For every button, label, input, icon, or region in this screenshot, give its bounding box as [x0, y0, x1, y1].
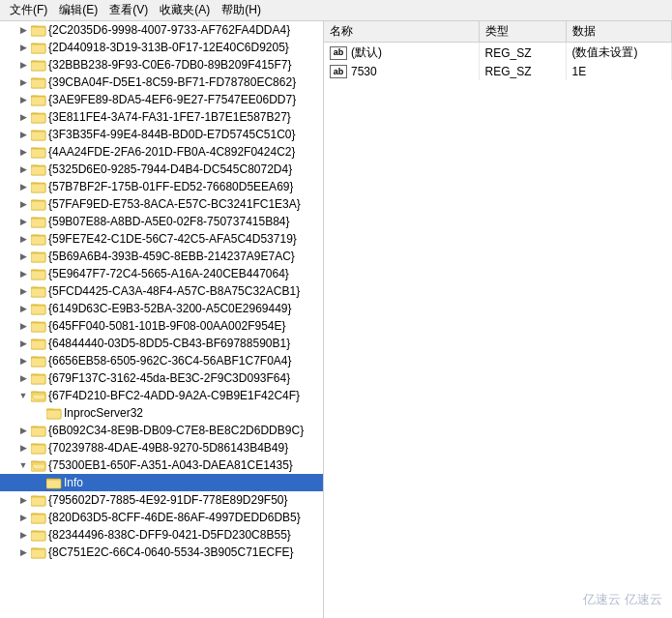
tree-item-item24[interactable]: ▶ {70239788-4DAE-49B8-9270-5D86143B4B49} [0, 439, 323, 456]
tree-item-item14[interactable]: ▶ {5B69A6B4-393B-459C-8EBB-214237A9E7AC} [0, 248, 323, 265]
tree-item-item18[interactable]: ▶ {645FF040-5081-101B-9F08-00AA002F954E} [0, 317, 323, 335]
svg-rect-20 [31, 132, 45, 140]
folder-closed-icon [31, 74, 46, 90]
expand-icon[interactable]: ▶ [15, 144, 31, 160]
tree-item-item27[interactable]: ▶ {820D63D5-8CFF-46DE-86AF-4997DEDD6DB5} [0, 509, 323, 526]
expand-icon[interactable] [31, 405, 46, 421]
menu-item-文件(F)[interactable]: 文件(F) [4, 0, 53, 20]
tree-item-item16[interactable]: ▶ {5FCD4425-CA3A-48F4-A57C-B8A75C32ACB1} [0, 282, 323, 300]
expand-icon[interactable]: ▶ [15, 318, 31, 334]
folder-closed-icon [46, 475, 62, 490]
table-row[interactable]: ab7530REG_SZ1E [324, 63, 672, 80]
menubar: 文件(F)编辑(E)查看(V)收藏夹(A)帮助(H) [0, 0, 672, 21]
tree-item-item23[interactable]: ▶ {6B092C34-8E9B-DB09-C7E8-BE8C2D6DDB9C} [0, 422, 323, 439]
right-panel[interactable]: 名称 类型 数据 ab(默认)REG_SZ(数值未设置)ab7530REG_SZ… [324, 21, 672, 618]
tree-item-item25[interactable]: ▼ {75300EB1-650F-A351-A043-DAEA81CE1435} [0, 456, 323, 474]
expand-icon[interactable]: ▶ [15, 162, 31, 177]
menu-item-查看(V)[interactable]: 查看(V) [103, 0, 154, 20]
folder-open-icon [31, 388, 46, 403]
expand-icon[interactable]: ▶ [15, 527, 31, 543]
tree-item-label: {57B7BF2F-175B-01FF-ED52-76680D5EEA69} [48, 180, 293, 193]
expand-icon[interactable]: ▶ [15, 510, 31, 525]
expand-icon[interactable]: ▶ [15, 336, 31, 351]
folder-open-icon [31, 457, 46, 473]
tree-item-item9[interactable]: ▶ {5325D6E0-9285-7944-D4B4-DC545C8072D4} [0, 161, 323, 178]
expand-icon[interactable]: ▶ [15, 266, 31, 281]
tree-item-label: {6149D63C-E9B3-52BA-3200-A5C0E2969449} [48, 302, 292, 315]
folder-closed-icon [31, 492, 46, 508]
expand-icon[interactable]: ▶ [15, 127, 31, 142]
expand-icon[interactable]: ▶ [15, 283, 31, 299]
tree-item-item17[interactable]: ▶ {6149D63C-E9B3-52BA-3200-A5C0E2969449} [0, 300, 323, 317]
expand-icon[interactable]: ▶ [15, 544, 31, 560]
col-name: 名称 [324, 21, 479, 43]
tree-item-item13[interactable]: ▶ {59FE7E42-C1DE-56C7-42C5-AFA5C4D53719} [0, 230, 323, 248]
expand-icon[interactable]: ▶ [15, 40, 31, 55]
svg-rect-50 [31, 306, 45, 314]
tree-item-item2[interactable]: ▶ {2D440918-3D19-313B-0F17-12E40C6D9205} [0, 39, 323, 56]
tree-item-item20[interactable]: ▶ {6656EB58-6505-962C-36C4-56ABF1C7F0A4} [0, 352, 323, 369]
tree-item-item11[interactable]: ▶ {57FAF9ED-E753-8ACA-E57C-BC3241FC1E3A} [0, 195, 323, 213]
expand-icon[interactable]: ▶ [15, 370, 31, 386]
tree-item-item3[interactable]: ▶ {32BBB238-9F93-C0E6-7DB0-89B209F415F7} [0, 56, 323, 74]
tree-item-item4[interactable]: ▶ {39CBA04F-D5E1-8C59-BF71-FD78780EC862} [0, 74, 323, 91]
expand-icon[interactable]: ▶ [15, 231, 31, 247]
ab-icon: ab [330, 46, 347, 60]
svg-marker-66 [32, 395, 45, 399]
tree-item-item7[interactable]: ▶ {3F3B35F4-99E4-844B-BD0D-E7D5745C51C0} [0, 126, 323, 143]
tree-item-label: {820D63D5-8CFF-46DE-86AF-4997DEDD6DB5} [48, 511, 301, 524]
svg-rect-82 [46, 480, 61, 488]
tree-item-item5[interactable]: ▶ {3AE9FE89-8DA5-4EF6-9E27-F7547EE06DD7} [0, 91, 323, 108]
tree-item-item22[interactable]: ▼ {67F4D210-BFC2-4ADD-9A2A-C9B9E1F42C4F} [0, 387, 323, 404]
tree-item-item26[interactable]: ▶ {795602D7-7885-4E92-91DF-778E89D29F50} [0, 491, 323, 509]
expand-icon[interactable]: ▶ [15, 57, 31, 73]
expand-icon[interactable]: ▼ [15, 388, 31, 403]
svg-rect-53 [31, 323, 45, 332]
tree-item-item15[interactable]: ▶ {5E9647F7-72C4-5665-A16A-240CEB447064} [0, 265, 323, 282]
folder-closed-icon [31, 231, 46, 247]
table-row[interactable]: ab(默认)REG_SZ(数值未设置) [324, 43, 672, 64]
expand-icon[interactable]: ▶ [15, 109, 31, 125]
tree-item-item8[interactable]: ▶ {4AA24FDE-2FA6-201D-FB0A-4C892F0424C2} [0, 143, 323, 161]
expand-icon[interactable]: ▶ [15, 423, 31, 438]
expand-icon[interactable] [31, 475, 46, 490]
svg-rect-29 [31, 184, 45, 192]
expand-icon[interactable]: ▶ [15, 92, 31, 107]
expand-icon[interactable]: ▶ [15, 249, 31, 264]
menu-item-编辑(E)[interactable]: 编辑(E) [53, 0, 103, 20]
left-panel[interactable]: ▶ {2C2035D6-9998-4007-9733-AF762FA4DDA4}… [0, 21, 324, 618]
tree-item-item19[interactable]: ▶ {64844440-03D5-8DD5-CB43-BF69788590B1} [0, 335, 323, 352]
tree-item-label: {64844440-03D5-8DD5-CB43-BF69788590B1} [48, 337, 290, 350]
expand-icon[interactable]: ▶ [15, 196, 31, 212]
reg-name-label: (默认) [351, 44, 382, 61]
expand-icon[interactable]: ▶ [15, 492, 31, 508]
tree-item-item1[interactable]: ▶ {2C2035D6-9998-4007-9733-AF762FA4DDA4} [0, 21, 323, 39]
tree-item-item6[interactable]: ▶ {3E811FE4-3A74-FA31-1FE7-1B7E1E587B27} [0, 108, 323, 126]
svg-marker-79 [32, 464, 45, 469]
menu-item-收藏夹(A)[interactable]: 收藏夹(A) [154, 0, 216, 20]
tree-item-item21[interactable]: ▶ {679F137C-3162-45da-BE3C-2F9C3D093F64} [0, 369, 323, 387]
col-data: 数据 [566, 21, 672, 43]
tree-item-item29[interactable]: ▶ {8C751E2C-66C4-0640-5534-3B905C71ECFE} [0, 544, 323, 561]
tree-item-item22a[interactable]: InprocServer32 [0, 404, 323, 422]
menu-item-帮助(H)[interactable]: 帮助(H) [216, 0, 267, 20]
expand-icon[interactable]: ▶ [15, 440, 31, 456]
expand-icon[interactable]: ▶ [15, 214, 31, 229]
svg-rect-44 [31, 271, 45, 280]
folder-closed-icon [31, 353, 46, 368]
folder-closed-icon [31, 127, 46, 142]
expand-icon[interactable]: ▶ [15, 301, 31, 316]
expand-icon[interactable]: ▶ [15, 353, 31, 368]
expand-icon[interactable]: ▶ [15, 22, 31, 38]
expand-icon[interactable]: ▶ [15, 74, 31, 90]
tree-item-item12[interactable]: ▶ {59B07E88-A8BD-A5E0-02F8-750737415B84} [0, 213, 323, 230]
folder-closed-icon [31, 336, 46, 351]
expand-icon[interactable]: ▼ [15, 457, 31, 473]
tree-item-item10[interactable]: ▶ {57B7BF2F-175B-01FF-ED52-76680D5EEA69} [0, 178, 323, 195]
tree-item-item28[interactable]: ▶ {82344496-838C-DFF9-0421-D5FD230C8B55} [0, 526, 323, 544]
svg-rect-17 [31, 114, 45, 123]
folder-closed-icon [31, 109, 46, 125]
svg-rect-26 [31, 166, 45, 175]
tree-item-item25a[interactable]: Info [0, 474, 323, 491]
expand-icon[interactable]: ▶ [15, 179, 31, 194]
